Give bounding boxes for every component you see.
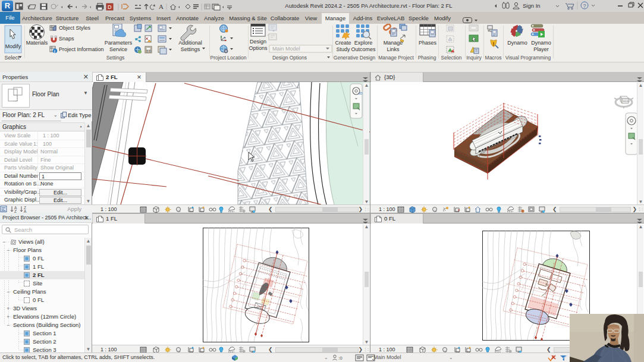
svg-text:Snaps: Snaps	[59, 36, 74, 42]
svg-text:A: A	[159, 3, 164, 10]
svg-text::0: :0	[338, 355, 343, 361]
svg-text:Dynamo: Dynamo	[507, 40, 527, 46]
svg-text:Outcomes: Outcomes	[351, 46, 376, 52]
svg-text:Design Options: Design Options	[272, 55, 307, 61]
svg-text:Sign In: Sign In	[523, 2, 541, 9]
svg-text:Links: Links	[387, 46, 400, 52]
svg-text:Visual Programming: Visual Programming	[505, 55, 551, 61]
svg-text:i: i	[54, 49, 55, 53]
svg-text:Main Model: Main Model	[272, 46, 300, 52]
svg-text:2D: 2D	[359, 92, 363, 95]
svg-text:Project Location: Project Location	[211, 55, 247, 61]
svg-text:Phasing: Phasing	[418, 55, 436, 61]
svg-text:Select: Select	[4, 55, 20, 61]
svg-text:Inquiry: Inquiry	[466, 55, 482, 61]
svg-text:Materials: Materials	[26, 40, 48, 46]
svg-text:!: !	[492, 41, 494, 47]
svg-text:?: ?	[583, 3, 586, 9]
svg-text:Manage Project: Manage Project	[378, 55, 414, 61]
svg-text:Manage: Manage	[384, 40, 403, 46]
svg-text:Parameters: Parameters	[105, 40, 133, 46]
svg-text:Explore: Explore	[354, 40, 373, 46]
svg-text:D: D	[108, 4, 112, 10]
svg-text:Settings: Settings	[106, 55, 125, 61]
svg-text:Service: Service	[109, 46, 127, 52]
svg-text:Phases: Phases	[419, 40, 437, 46]
svg-text:Project Information: Project Information	[59, 46, 104, 52]
svg-text:Additional: Additional	[178, 40, 202, 46]
svg-text:Selection: Selection	[441, 55, 462, 61]
svg-text:Options: Options	[249, 45, 268, 51]
svg-text:Settings: Settings	[181, 46, 200, 52]
svg-text:Dynamo: Dynamo	[531, 40, 551, 46]
svg-text:Macros: Macros	[485, 55, 502, 61]
svg-text:FRONT: FRONT	[623, 100, 631, 103]
svg-text:Modify: Modify	[5, 43, 21, 49]
svg-text:Create: Create	[335, 40, 351, 46]
svg-text:0.0: 0.0	[146, 49, 152, 53]
svg-text:Object Styles: Object Styles	[59, 25, 91, 31]
svg-text:Design: Design	[250, 39, 266, 45]
svg-text:Generative Design: Generative Design	[334, 55, 376, 61]
svg-text:Player: Player	[533, 46, 549, 52]
svg-text:Study: Study	[336, 46, 350, 52]
